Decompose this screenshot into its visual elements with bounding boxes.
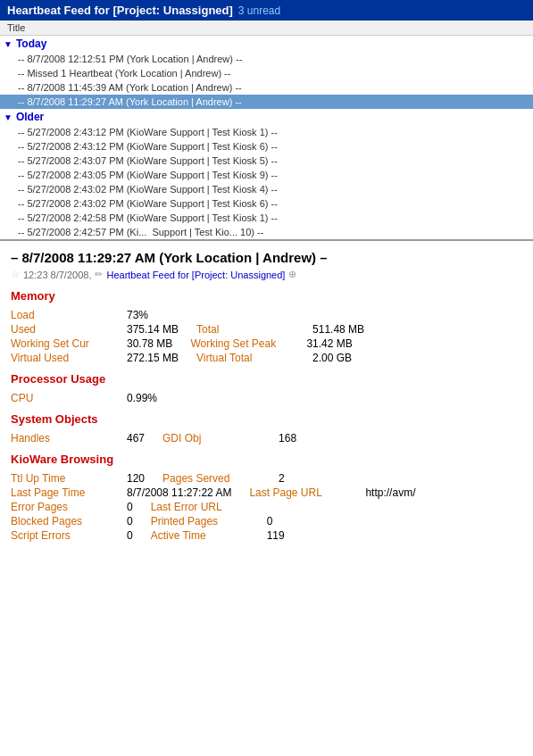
printedpages-value: 0 bbox=[267, 515, 273, 528]
memory-grid: Load 73% Used 375.14 MB Total 511.48 MB … bbox=[11, 308, 522, 365]
feed-item[interactable]: -- 5/27/2008 2:42:58 PM (KioWare Support… bbox=[0, 211, 533, 225]
errorpages-row: Error Pages 0 Last Error URL bbox=[11, 500, 522, 514]
pencil-icon: ✏ bbox=[95, 269, 103, 280]
activetime-label: Active Time bbox=[151, 529, 267, 542]
pagesserved-value: 2 bbox=[279, 472, 285, 485]
today-arrow-icon: ▼ bbox=[4, 39, 12, 49]
detail-title: – 8/7/2008 11:29:27 AM (York Location | … bbox=[11, 250, 522, 265]
memory-wsc-row: Working Set Cur 30.78 MB Working Set Pea… bbox=[11, 336, 522, 351]
processor-grid: CPU 0.99% bbox=[11, 391, 522, 405]
errorpages-value: 0 bbox=[127, 501, 133, 513]
handles-value: 467 bbox=[127, 432, 145, 444]
wsc-label: Working Set Cur bbox=[11, 337, 127, 350]
wsp-label: Working Set Peak bbox=[190, 337, 306, 350]
detail-meta: ☆ 12:23 8/7/2008, ✏ Heartbeat Feed for [… bbox=[11, 269, 522, 280]
today-label: Today bbox=[16, 37, 46, 50]
memory-used-row: Used 375.14 MB Total 511.48 MB bbox=[11, 322, 522, 336]
feed-item[interactable]: -- 8/7/2008 12:12:51 PM (York Location |… bbox=[0, 52, 533, 66]
feed-item[interactable]: -- 5/27/2008 2:43:05 PM (KioWare Support… bbox=[0, 168, 533, 182]
scripterrors-value: 0 bbox=[127, 529, 133, 542]
detail-area: – 8/7/2008 11:29:27 AM (York Location | … bbox=[0, 241, 533, 557]
header-title: Heartbeat Feed for [Project: Unassigned] bbox=[7, 4, 233, 17]
gdiobj-label: GDI Obj bbox=[162, 432, 279, 444]
handles-label: Handles bbox=[11, 432, 127, 444]
lastpagetime-row: Last Page Time 8/7/2008 11:27:22 AM Last… bbox=[11, 486, 522, 500]
vt-value: 2.00 GB bbox=[312, 352, 352, 364]
unread-badge: 3 unread bbox=[238, 4, 280, 17]
blockedpages-label: Blocked Pages bbox=[11, 515, 127, 528]
vu-label: Virtual Used bbox=[11, 352, 127, 364]
feed-item-selected[interactable]: -- 8/7/2008 11:29:27 AM (York Location |… bbox=[0, 95, 533, 109]
ttluptime-label: Ttl Up Time bbox=[11, 472, 127, 485]
feed-list: Title ▼ Today -- 8/7/2008 12:12:51 PM (Y… bbox=[0, 21, 533, 241]
lastpagetime-value: 8/7/2008 11:27:22 AM bbox=[127, 486, 231, 499]
lastpageurl-value: http://avm/ bbox=[365, 486, 415, 499]
ttluptime-row: Ttl Up Time 120 Pages Served 2 bbox=[11, 471, 522, 486]
today-section-header[interactable]: ▼ Today bbox=[0, 36, 533, 52]
lasterrorurl-label: Last Error URL bbox=[151, 501, 267, 513]
scripterrors-row: Script Errors 0 Active Time 119 bbox=[11, 528, 522, 543]
kioware-section-title: KioWare Browsing bbox=[11, 453, 522, 466]
feed-item[interactable]: -- 5/27/2008 2:43:12 PM (KioWare Support… bbox=[0, 125, 533, 139]
meta-link[interactable]: Heartbeat Feed for [Project: Unassigned] bbox=[106, 270, 285, 280]
scripterrors-label: Script Errors bbox=[11, 529, 127, 542]
feed-item[interactable]: -- 5/27/2008 2:43:02 PM (KioWare Support… bbox=[0, 182, 533, 196]
gdiobj-value: 168 bbox=[279, 432, 296, 444]
older-section-header[interactable]: ▼ Older bbox=[0, 109, 533, 125]
star-icon[interactable]: ☆ bbox=[11, 269, 20, 280]
sysobjects-section-title: System Objects bbox=[11, 412, 522, 426]
wsc-value: 30.78 MB bbox=[127, 337, 172, 350]
older-label: Older bbox=[16, 111, 44, 123]
vu-value: 272.15 MB bbox=[127, 352, 179, 364]
column-header: Title bbox=[0, 21, 533, 36]
meta-time: 12:23 8/7/2008, bbox=[23, 270, 91, 280]
feed-item[interactable]: -- 5/27/2008 2:43:02 PM (KioWare Support… bbox=[0, 196, 533, 211]
lastpageurl-label: Last Page URL bbox=[249, 486, 365, 499]
vt-label: Virtual Total bbox=[196, 352, 312, 364]
blockedpages-value: 0 bbox=[127, 515, 133, 528]
cpu-value: 0.99% bbox=[127, 392, 157, 404]
ttluptime-value: 120 bbox=[127, 472, 145, 485]
load-label: Load bbox=[11, 309, 127, 321]
used-value: 375.14 MB bbox=[127, 323, 179, 336]
feed-item[interactable]: -- 5/27/2008 2:43:07 PM (KioWare Support… bbox=[0, 154, 533, 168]
page-header: Heartbeat Feed for [Project: Unassigned]… bbox=[0, 0, 533, 21]
handles-row: Handles 467 GDI Obj 168 bbox=[11, 431, 522, 445]
lastpagetime-label: Last Page Time bbox=[11, 486, 127, 499]
used-label: Used bbox=[11, 323, 127, 336]
load-value: 73% bbox=[127, 309, 148, 321]
total-label: Total bbox=[196, 323, 312, 336]
activetime-value: 119 bbox=[267, 529, 285, 542]
wsp-value: 31.42 MB bbox=[306, 337, 352, 350]
memory-vu-row: Virtual Used 272.15 MB Virtual Total 2.0… bbox=[11, 351, 522, 365]
memory-load-row: Load 73% bbox=[11, 308, 522, 322]
feed-item[interactable]: -- 5/27/2008 2:42:57 PM (Ki... Support |… bbox=[0, 225, 533, 239]
memory-section-title: Memory bbox=[11, 289, 522, 303]
cpu-label: CPU bbox=[11, 392, 127, 404]
blockedpages-row: Blocked Pages 0 Printed Pages 0 bbox=[11, 514, 522, 528]
cpu-row: CPU 0.99% bbox=[11, 391, 522, 405]
feed-item[interactable]: -- 5/27/2008 2:43:12 PM (KioWare Support… bbox=[0, 139, 533, 154]
tag-icon: ⊕ bbox=[288, 269, 296, 280]
printedpages-label: Printed Pages bbox=[151, 515, 267, 528]
feed-item[interactable]: -- 8/7/2008 11:45:39 AM (York Location |… bbox=[0, 80, 533, 95]
processor-section-title: Processor Usage bbox=[11, 372, 522, 386]
errorpages-label: Error Pages bbox=[11, 501, 127, 513]
feed-item[interactable]: -- Missed 1 Heartbeat (York Location | A… bbox=[0, 66, 533, 80]
older-arrow-icon: ▼ bbox=[4, 112, 12, 122]
total-value: 511.48 MB bbox=[312, 323, 364, 336]
kioware-grid: Ttl Up Time 120 Pages Served 2 Last Page… bbox=[11, 471, 522, 543]
sysobjects-grid: Handles 467 GDI Obj 168 bbox=[11, 431, 522, 445]
pagesserved-label: Pages Served bbox=[162, 472, 279, 485]
